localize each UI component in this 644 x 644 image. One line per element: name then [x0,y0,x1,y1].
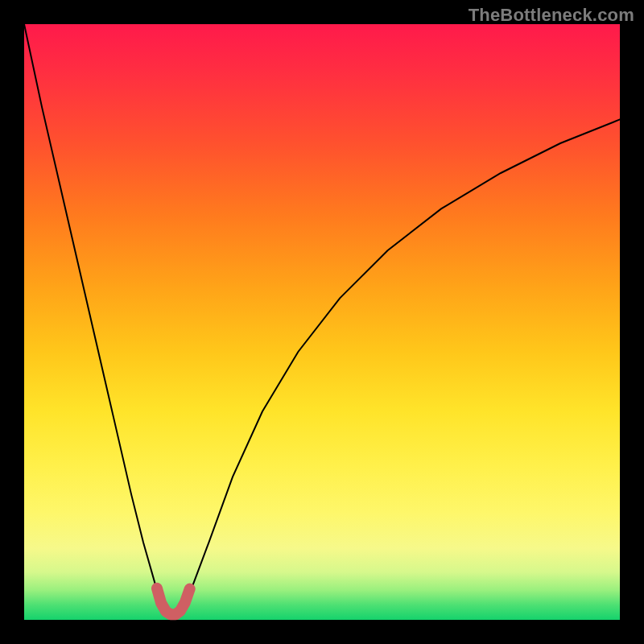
bottleneck-curve [24,24,620,615]
curve-layer [24,24,620,620]
watermark-text: TheBottleneck.com [469,5,634,26]
chart-frame: TheBottleneck.com [0,0,644,644]
plot-area [24,24,620,620]
bottleneck-highlight [157,588,190,615]
